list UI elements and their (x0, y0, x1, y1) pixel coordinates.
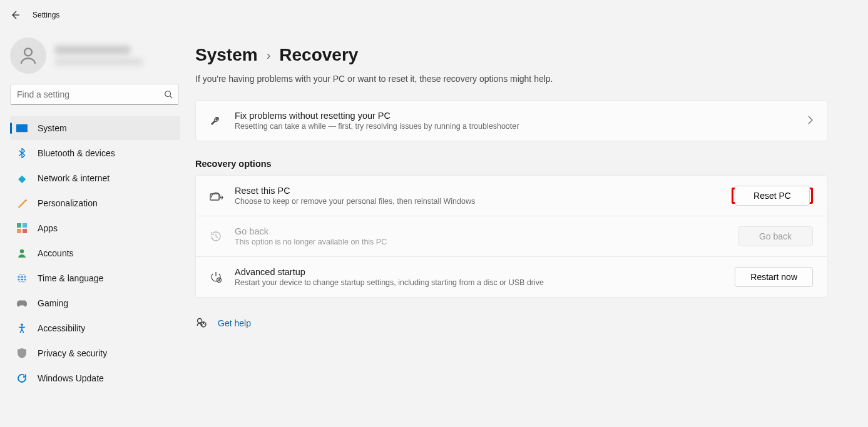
sidebar-item-label: Windows Update (38, 373, 104, 383)
wrench-icon (210, 114, 235, 127)
svg-rect-5 (23, 223, 27, 228)
sidebar-item-label: Time & language (38, 273, 103, 283)
reset-pc-icon (210, 190, 235, 201)
card-title: Go back (235, 226, 728, 236)
search-input[interactable] (10, 84, 179, 105)
svg-point-14 (198, 319, 202, 323)
card-desc: Resetting can take a while — first, try … (235, 122, 798, 131)
sidebar-item-label: Accounts (38, 248, 74, 258)
avatar (10, 38, 46, 74)
accessibility-icon (16, 323, 28, 334)
network-icon: ◆ (16, 173, 28, 184)
privacy-icon (16, 348, 28, 359)
time-language-icon (16, 273, 28, 284)
reset-pc-card: Reset this PC Choose to keep or remove y… (195, 175, 827, 216)
svg-rect-6 (17, 229, 21, 233)
sidebar-item-label: Gaming (38, 298, 68, 308)
advanced-startup-card: Advanced startup Restart your device to … (195, 257, 827, 298)
sidebar-item-label: Personalization (38, 198, 98, 208)
window-title: Settings (33, 11, 59, 19)
sidebar-item-accessibility[interactable]: Accessibility (10, 316, 180, 340)
sidebar-item-label: Privacy & security (38, 348, 107, 358)
card-desc: This option is no longer available on th… (235, 238, 728, 246)
sidebar: System Bluetooth & devices ◆ Network & i… (0, 30, 188, 390)
sidebar-item-label: Accessibility (38, 323, 85, 333)
breadcrumb: System › Recovery (195, 45, 838, 65)
svg-point-8 (20, 249, 24, 253)
system-icon (16, 123, 28, 134)
card-title: Reset this PC (235, 186, 722, 196)
history-icon (210, 230, 235, 243)
user-profile[interactable] (10, 35, 188, 84)
svg-point-11 (21, 324, 23, 326)
svg-rect-7 (23, 229, 27, 233)
help-icon (195, 316, 207, 329)
sidebar-item-network[interactable]: ◆ Network & internet (10, 166, 180, 190)
sidebar-item-system[interactable]: System (10, 116, 180, 140)
nav-list: System Bluetooth & devices ◆ Network & i… (10, 116, 180, 390)
card-desc: Choose to keep or remove your personal f… (235, 197, 722, 206)
svg-point-1 (165, 91, 171, 97)
go-back-card: Go back This option is no longer availab… (195, 216, 827, 257)
profile-text-blurred (55, 46, 143, 66)
annotation-highlight: Reset PC (732, 188, 813, 204)
sidebar-item-label: Apps (38, 223, 58, 233)
sidebar-item-label: Bluetooth & devices (38, 148, 115, 158)
svg-rect-2 (16, 124, 28, 133)
recovery-options-header: Recovery options (195, 159, 838, 169)
sidebar-item-time-language[interactable]: Time & language (10, 266, 180, 290)
chevron-right-icon (808, 116, 813, 126)
svg-rect-4 (17, 223, 21, 228)
page-title: Recovery (279, 45, 358, 65)
sidebar-item-gaming[interactable]: Gaming (10, 291, 180, 315)
go-back-button: Go back (738, 226, 813, 246)
accounts-icon (16, 248, 28, 259)
update-icon (16, 373, 28, 384)
bluetooth-icon (16, 148, 28, 159)
gaming-icon (16, 298, 28, 309)
card-desc: Restart your device to change startup se… (235, 278, 725, 287)
sidebar-item-update[interactable]: Windows Update (10, 366, 180, 390)
card-title: Advanced startup (235, 267, 725, 277)
reset-pc-button[interactable]: Reset PC (735, 186, 810, 206)
sidebar-item-label: Network & internet (38, 173, 110, 183)
sidebar-item-bluetooth[interactable]: Bluetooth & devices (10, 141, 180, 165)
sidebar-item-personalization[interactable]: Personalization (10, 191, 180, 215)
personalization-icon (16, 198, 28, 209)
sidebar-item-accounts[interactable]: Accounts (10, 241, 180, 265)
restart-now-button[interactable]: Restart now (735, 267, 813, 287)
svg-point-0 (24, 48, 32, 56)
page-subtitle: If you're having problems with your PC o… (195, 74, 838, 84)
sidebar-item-apps[interactable]: Apps (10, 216, 180, 240)
search-icon (164, 90, 173, 99)
apps-icon (16, 223, 28, 234)
main-content: System › Recovery If you're having probl… (188, 30, 868, 390)
card-title: Fix problems without resetting your PC (235, 111, 798, 121)
chevron-right-icon: › (267, 48, 271, 63)
fix-problems-card[interactable]: Fix problems without resetting your PC R… (195, 100, 827, 141)
sidebar-item-privacy[interactable]: Privacy & security (10, 341, 180, 365)
get-help-link[interactable]: Get help (218, 318, 251, 328)
back-button[interactable] (10, 10, 20, 20)
advanced-startup-icon (210, 271, 235, 283)
sidebar-item-label: System (38, 123, 67, 133)
breadcrumb-parent[interactable]: System (195, 45, 258, 65)
